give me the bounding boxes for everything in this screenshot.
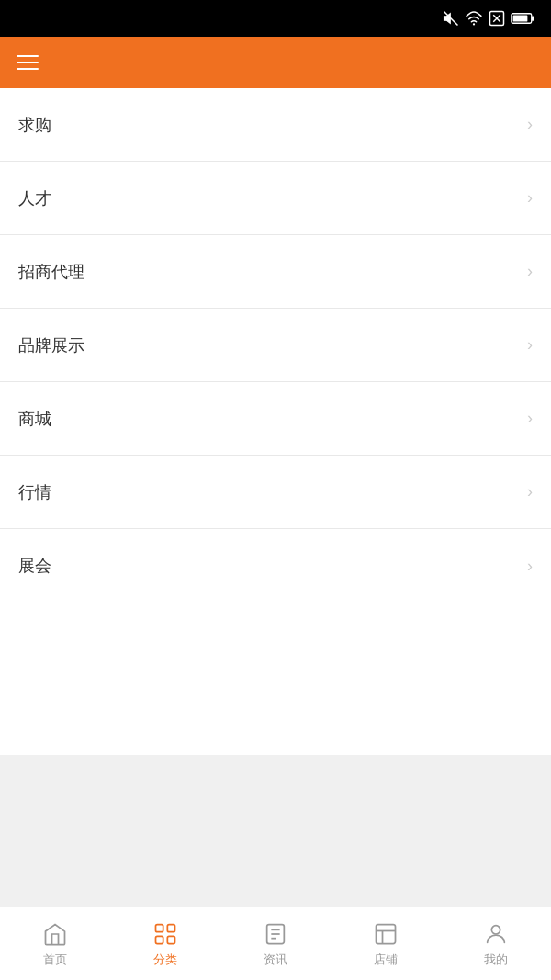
tab-label-news: 资讯 xyxy=(264,952,287,968)
chevron-icon-pinpaizhangshi: › xyxy=(527,335,533,355)
list-item-hangqing[interactable]: 行情 › xyxy=(0,456,551,529)
tab-item-home[interactable]: 首页 xyxy=(0,920,110,968)
chevron-icon-zhanhui: › xyxy=(527,557,533,576)
tab-icon-category xyxy=(152,920,179,948)
tab-label-home: 首页 xyxy=(43,952,67,968)
list-item-pinpaizhangshi[interactable]: 品牌展示 › xyxy=(0,309,551,382)
tab-item-category[interactable]: 分类 xyxy=(110,920,220,968)
list-item-label-qiugou: 求购 xyxy=(18,114,51,136)
svg-rect-10 xyxy=(156,936,163,943)
status-bar xyxy=(0,0,551,37)
wifi-icon xyxy=(465,10,483,27)
tab-item-news[interactable]: 资讯 xyxy=(220,920,331,968)
svg-rect-7 xyxy=(513,16,528,22)
svg-rect-11 xyxy=(167,936,174,943)
mute-icon xyxy=(443,10,459,27)
list-item-label-shangcheng: 商城 xyxy=(18,408,51,430)
list-item-zhaoshangdaili[interactable]: 招商代理 › xyxy=(0,235,551,309)
content-spacer xyxy=(0,755,551,907)
tab-icon-shop xyxy=(372,920,399,948)
tab-icon-mine xyxy=(482,920,510,948)
category-list: 求购 › 人才 › 招商代理 › 品牌展示 › 商城 › 行情 › 展会 › xyxy=(0,88,551,755)
app-header xyxy=(0,37,551,88)
chevron-icon-zhaoshangdaili: › xyxy=(527,262,533,281)
tab-label-mine: 我的 xyxy=(484,952,508,968)
tab-label-shop: 店铺 xyxy=(374,952,398,968)
tab-label-category: 分类 xyxy=(153,952,177,968)
chevron-icon-shangcheng: › xyxy=(527,409,533,428)
svg-rect-16 xyxy=(377,924,396,943)
list-item-rencai[interactable]: 人才 › xyxy=(0,162,551,235)
tab-icon-home xyxy=(41,920,69,948)
chevron-icon-qiugou: › xyxy=(527,115,533,134)
status-icons xyxy=(443,10,536,27)
svg-rect-8 xyxy=(156,924,163,931)
list-item-label-zhaoshangdaili: 招商代理 xyxy=(18,261,84,283)
list-item-shangcheng[interactable]: 商城 › xyxy=(0,382,551,456)
signal-icon xyxy=(489,10,505,27)
list-item-qiugou[interactable]: 求购 › xyxy=(0,88,551,162)
menu-button[interactable] xyxy=(17,55,39,70)
list-item-label-zhanhui: 展会 xyxy=(18,555,51,577)
svg-point-17 xyxy=(491,925,500,933)
list-item-label-pinpaizhangshi: 品牌展示 xyxy=(18,334,84,356)
svg-rect-6 xyxy=(532,16,534,20)
chevron-icon-hangqing: › xyxy=(527,482,533,501)
battery-icon xyxy=(511,11,536,26)
list-item-zhanhui[interactable]: 展会 › xyxy=(0,529,551,603)
tab-item-shop[interactable]: 店铺 xyxy=(331,920,441,968)
tab-icon-news xyxy=(262,920,289,948)
svg-point-1 xyxy=(473,23,475,25)
svg-rect-9 xyxy=(167,924,174,931)
menu-line-2 xyxy=(17,62,39,63)
menu-line-3 xyxy=(17,68,39,70)
chevron-icon-rencai: › xyxy=(527,188,533,208)
tab-bar: 首页 分类 资讯 店铺 我的 xyxy=(0,907,551,980)
menu-line-1 xyxy=(17,55,39,57)
tab-item-mine[interactable]: 我的 xyxy=(441,920,551,968)
list-item-label-hangqing: 行情 xyxy=(18,481,51,503)
list-item-label-rencai: 人才 xyxy=(18,187,51,209)
